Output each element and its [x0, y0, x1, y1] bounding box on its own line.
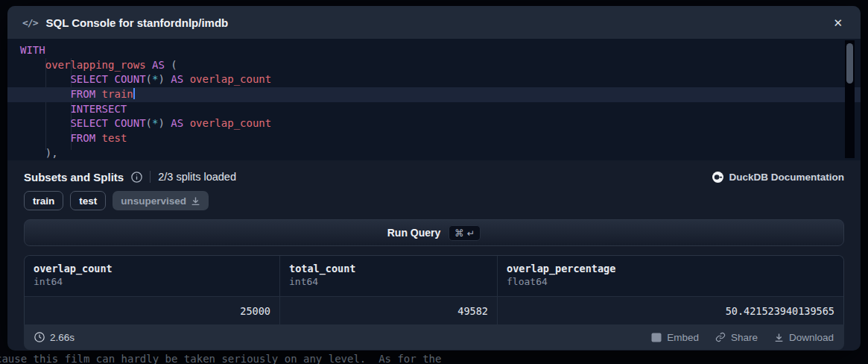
column-header-total_count: total_countint64 — [280, 256, 498, 296]
code-token: ( — [165, 59, 177, 71]
split-tag-label: unsupervised — [121, 195, 186, 207]
code-token: ( — [146, 73, 152, 85]
column-header-overlap_count: overlap_countint64 — [25, 256, 280, 296]
split-tag-test[interactable]: test — [70, 191, 106, 210]
results-table-header: overlap_countint64total_countint64overla… — [25, 256, 843, 296]
divider — [150, 171, 151, 183]
duckdb-documentation-label: DuckDB Documentation — [729, 172, 844, 183]
modal-header: </> SQL Console for stanfordnlp/imdb ✕ — [7, 6, 861, 39]
code-token: overlap_count — [190, 117, 272, 129]
code-icon: </> — [22, 17, 37, 28]
column-name: overlap_percentage — [507, 263, 834, 274]
code-token: AS — [171, 117, 183, 129]
column-type: int64 — [34, 276, 270, 287]
results-footer: 2.66s EmbedShareDownload — [24, 324, 844, 350]
embed-button[interactable]: Embed — [651, 332, 699, 343]
code-lines: WITH overlapping_rows AS ( SELECT COUNT(… — [7, 43, 861, 160]
code-token: overlap_count — [190, 73, 272, 85]
splits-title: Subsets and Splits — [24, 171, 124, 183]
code-token — [146, 59, 152, 71]
code-line[interactable]: SELECT COUNT(*) AS overlap_count — [7, 72, 861, 87]
results-table: overlap_countint64total_countint64overla… — [24, 255, 844, 324]
code-token: WITH — [20, 44, 45, 56]
code-token: SELECT — [70, 117, 108, 129]
column-header-overlap_percentage: overlap_percentagefloat64 — [498, 256, 843, 296]
code-line[interactable]: FROM test — [7, 131, 861, 146]
code-token: COUNT — [114, 117, 145, 129]
column-type: float64 — [507, 276, 834, 287]
code-token — [20, 88, 70, 100]
code-line[interactable]: ), — [7, 146, 861, 160]
duckdb-documentation-link[interactable]: DuckDB Documentation — [712, 172, 844, 183]
code-token: FROM — [70, 132, 95, 144]
embed-icon — [651, 333, 662, 342]
background-page-text: cause this film can hardly be taken seri… — [0, 353, 441, 364]
code-token: AS — [171, 73, 183, 85]
split-tag-label: train — [33, 195, 54, 207]
results-table-row: 250004958250.421523940139565 — [25, 296, 843, 324]
code-token — [20, 59, 45, 71]
code-token: INTERSECT — [70, 103, 127, 115]
keyboard-shortcut-badge: ⌘ ↵ — [449, 225, 481, 241]
code-token — [183, 73, 189, 85]
query-duration: 2.66s — [34, 332, 75, 343]
code-line[interactable]: overlapping_rows AS ( — [7, 58, 861, 73]
code-token: ), — [20, 147, 58, 159]
result-cell: 50.421523940139565 — [498, 297, 843, 324]
clock-icon — [34, 332, 45, 342]
code-token: test — [102, 132, 127, 144]
code-token: FROM — [70, 88, 95, 100]
code-token — [95, 88, 101, 100]
split-tag-train[interactable]: train — [24, 191, 63, 210]
code-token — [20, 103, 70, 115]
close-button[interactable]: ✕ — [830, 14, 846, 31]
code-token: ) — [158, 73, 164, 85]
code-token — [20, 73, 70, 85]
column-name: total_count — [289, 263, 488, 274]
code-line-active[interactable]: FROM train — [7, 87, 861, 102]
info-circle-icon[interactable] — [131, 172, 142, 183]
code-token: COUNT — [114, 73, 145, 85]
code-token — [95, 132, 101, 144]
code-token — [20, 132, 70, 144]
column-type: int64 — [289, 276, 488, 287]
run-query-button[interactable]: Run Query ⌘ ↵ — [24, 219, 844, 246]
editor-scrollbar-track[interactable] — [845, 40, 855, 158]
splits-bar: Subsets and Splits 2/3 splits loaded Duc… — [7, 169, 861, 185]
split-tags-row: traintestunsupervised — [7, 191, 861, 210]
sql-editor[interactable]: WITH overlapping_rows AS ( SELECT COUNT(… — [7, 39, 861, 160]
code-token: train — [102, 88, 133, 100]
result-cell: 25000 — [25, 297, 280, 324]
download-icon — [191, 196, 200, 206]
code-line[interactable]: WITH — [7, 43, 861, 58]
modal-title: SQL Console for stanfordnlp/imdb — [45, 16, 228, 29]
action-label: Download — [789, 332, 834, 343]
sql-console-modal: </> SQL Console for stanfordnlp/imdb ✕ W… — [7, 6, 861, 351]
split-tag-label: test — [79, 195, 97, 207]
action-label: Embed — [667, 332, 699, 343]
column-name: overlap_count — [34, 263, 270, 274]
code-token — [20, 117, 70, 129]
code-token: SELECT — [70, 73, 108, 85]
code-token: overlapping_rows — [45, 59, 146, 71]
code-token: AS — [152, 59, 165, 71]
download-icon — [774, 333, 784, 342]
result-cell: 49582 — [280, 297, 498, 324]
text-cursor — [133, 88, 135, 99]
code-token — [183, 117, 189, 129]
query-duration-value: 2.66s — [50, 332, 75, 343]
code-token: ( — [146, 117, 152, 129]
splits-loaded-status: 2/3 splits loaded — [158, 171, 236, 183]
share-button[interactable]: Share — [715, 332, 758, 343]
action-label: Share — [731, 332, 758, 343]
code-line[interactable]: SELECT COUNT(*) AS overlap_count — [7, 116, 861, 131]
run-query-label: Run Query — [387, 227, 441, 239]
footer-actions: EmbedShareDownload — [651, 332, 834, 343]
editor-scrollbar-thumb[interactable] — [846, 43, 853, 84]
code-token: ) — [158, 117, 164, 129]
split-tag-unsupervised[interactable]: unsupervised — [113, 191, 209, 210]
link-icon — [715, 332, 726, 342]
download-button[interactable]: Download — [774, 332, 834, 343]
duckdb-logo-icon — [712, 172, 723, 183]
code-line[interactable]: INTERSECT — [7, 102, 861, 117]
